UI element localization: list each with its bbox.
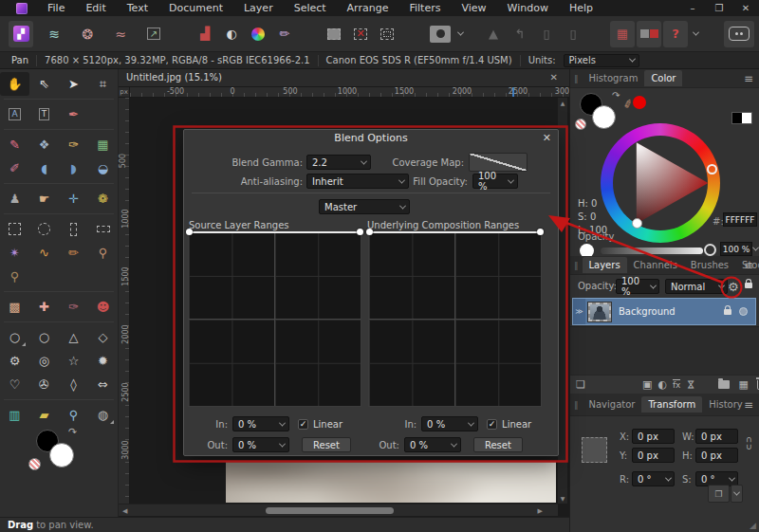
x-field[interactable]: 0 px [632, 429, 675, 444]
menu-select[interactable]: Select [284, 1, 337, 15]
sponge-brush-tool[interactable]: ❁ [88, 187, 118, 211]
underlying-range-graph[interactable] [368, 231, 542, 407]
mask-layer-icon[interactable]: ▣ [642, 378, 652, 391]
paint-brush-tool[interactable]: ✎ [0, 133, 29, 156]
liquify-persona-button[interactable]: ≋ [42, 21, 66, 47]
insert-on-top-button[interactable]: ↰ [508, 21, 532, 47]
tab-channels[interactable]: Channels [627, 257, 684, 273]
pan-tool[interactable]: ✋ [0, 72, 29, 96]
tear-shape-tool[interactable]: ◊ [59, 373, 88, 396]
no-colour-swatch[interactable] [28, 458, 41, 470]
tab-color[interactable]: Color [644, 70, 682, 86]
opacity-dropdown[interactable] [752, 245, 759, 251]
tab-navigator[interactable]: Navigator [583, 396, 642, 413]
arrow-shape-tool[interactable]: ⇔ [88, 373, 118, 396]
frame-text-tool[interactable]: A [0, 102, 29, 126]
transform-mode-dropdown[interactable] [731, 485, 743, 503]
donut-shape-tool[interactable]: ◎ [29, 349, 59, 373]
menu-arrange[interactable]: Arrange [337, 1, 399, 15]
export-persona-button[interactable]: ↗ [141, 21, 166, 47]
rectangular-marquee-tool[interactable] [0, 217, 29, 241]
source-range-graph[interactable] [188, 231, 361, 407]
heart-shape-tool[interactable]: ♡ [0, 373, 29, 396]
adjustment-layer-icon[interactable]: ◐ [657, 378, 667, 391]
in-select[interactable]: 0 % [421, 416, 478, 431]
mesh-warp-tool[interactable]: ◍ [88, 403, 118, 427]
tone-mapping-persona-button[interactable]: ≈ [108, 21, 133, 47]
opacity-slider-handle[interactable] [704, 244, 716, 256]
zoom-tool[interactable]: ⚲ [59, 403, 88, 427]
document-image[interactable] [226, 462, 556, 503]
quick-mask-dropdown[interactable] [454, 21, 466, 47]
node-tool[interactable]: ➤ [59, 72, 88, 96]
panel-menu-icon[interactable]: ≡ [744, 259, 753, 272]
clone-brush-tool[interactable]: ♟ [0, 187, 29, 211]
insert-behind-button[interactable]: ▲ [481, 21, 506, 47]
cog-shape-tool[interactable]: ✹ [88, 349, 118, 373]
anchor-point-selector[interactable] [582, 437, 607, 463]
saturation-selector[interactable] [632, 218, 642, 229]
lock-layer-icon[interactable] [745, 283, 752, 288]
spiral-shape-tool[interactable]: ✇ [29, 373, 59, 396]
no-colour-swatch[interactable] [575, 119, 586, 130]
ellipse-shape-tool[interactable]: ○ [0, 325, 29, 349]
layer-effects-icon[interactable]: fx [673, 379, 681, 390]
menu-view[interactable]: View [451, 1, 496, 15]
inpainting-brush-tool[interactable]: ✑ [59, 295, 88, 319]
vertical-ruler[interactable]: 50010001500200025003000 [119, 98, 130, 504]
erase-brush-tool[interactable]: ◖ [29, 156, 59, 180]
background-erase-tool[interactable]: ◗ [59, 156, 88, 180]
invert-selection-button[interactable] [375, 21, 399, 47]
elliptical-marquee-tool[interactable] [29, 217, 59, 241]
close-button[interactable]: ✕ [732, 3, 759, 13]
blend-gamma-select[interactable]: 2.2 [306, 155, 371, 170]
reset-button[interactable]: Reset [473, 437, 523, 452]
mixer-brush-tool[interactable]: ❖ [29, 133, 59, 156]
insert-after-button[interactable]: ▯ [561, 21, 585, 47]
transform-mode-button[interactable]: ❐ [708, 485, 730, 503]
fill-opacity-select[interactable]: 100 % [472, 174, 518, 189]
tab-transform[interactable]: Transform [641, 396, 702, 413]
picked-colour-swatch[interactable] [633, 96, 646, 109]
artistic-text-tool[interactable]: T [29, 102, 59, 126]
menu-file[interactable]: File [37, 1, 75, 15]
range-node-left[interactable] [186, 229, 193, 235]
scroll-left-icon[interactable]: ◀ [122, 507, 127, 515]
panel-menu-icon[interactable]: ≡ [744, 72, 753, 85]
star-shape-tool[interactable]: ☆ [59, 349, 88, 373]
minimize-button[interactable]: – [679, 3, 706, 13]
panel-grip-icon[interactable]: ∥ [574, 400, 579, 410]
range-curve[interactable] [369, 231, 541, 233]
circle-shape-tool[interactable]: ○ [29, 325, 59, 349]
dodge-brush-tool[interactable]: ☛ [29, 187, 59, 211]
insert-inside-button[interactable]: ▯ [534, 21, 559, 47]
flood-select-tool[interactable]: ✴ [0, 241, 29, 265]
vertical-scrollbar[interactable]: ▲ ▼ [558, 98, 567, 504]
scroll-up-icon[interactable]: ▲ [558, 100, 567, 106]
new-layer-icon[interactable]: ▦ [738, 378, 748, 391]
menu-filters[interactable]: Filters [398, 1, 451, 15]
greyscale-swatch[interactable] [731, 112, 752, 124]
menu-text[interactable]: Text [117, 1, 158, 15]
pen-tool[interactable]: ✒ [59, 102, 88, 126]
duplicate-layer-icon[interactable]: ❏ [576, 378, 585, 391]
crop-tool[interactable]: ⌗ [88, 72, 118, 96]
swap-colours-icon[interactable]: ↷ [612, 90, 620, 101]
maximize-button[interactable]: ❐ [706, 3, 732, 13]
horizontal-ruler[interactable]: -500050010001500200025003000 [130, 87, 569, 98]
horizontal-scroll-thumb[interactable] [266, 507, 394, 514]
document-close-icon[interactable]: ✕ [550, 72, 558, 83]
panel-menu-icon[interactable]: ≡ [744, 398, 753, 412]
gradient-tool[interactable]: ▥ [0, 403, 29, 427]
assistant-dropdown[interactable] [690, 21, 701, 47]
blend-options-gear-icon[interactable]: ⚙ [728, 280, 739, 294]
deselect-button[interactable]: ✕ [348, 21, 373, 47]
triangle-shape-tool[interactable]: △ [59, 325, 88, 349]
row-marquee-tool[interactable] [88, 217, 118, 241]
quick-mask-button[interactable] [428, 21, 453, 47]
primary-colour-swatch[interactable] [49, 443, 74, 468]
range-node-left[interactable] [366, 229, 373, 235]
style-picker-tool[interactable]: ⚲ [0, 265, 29, 288]
selection-brush-tool[interactable]: ✏ [59, 241, 88, 265]
opacity-slider[interactable] [601, 248, 703, 254]
